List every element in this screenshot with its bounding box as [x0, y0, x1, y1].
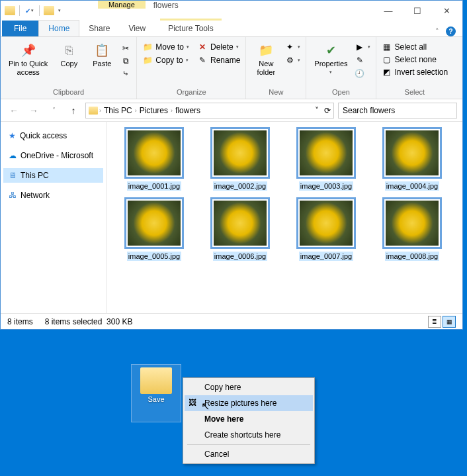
share-tab[interactable]: Share [79, 21, 119, 36]
minimize-button[interactable]: — [374, 1, 403, 20]
chevron-down-icon: ▾ [329, 70, 332, 75]
resize-icon: 🖼 [189, 398, 199, 408]
recent-locations-button[interactable]: ˅ [46, 103, 62, 119]
thumbnail-image [210, 127, 270, 179]
delete-icon: ✕ [197, 42, 208, 52]
file-item[interactable]: image_0001.jpg [114, 127, 194, 191]
file-item[interactable]: image_0005.jpg [114, 197, 194, 261]
edit-icon: ✎ [355, 55, 365, 66]
nav-onedrive[interactable]: ☁OneDrive - Microsoft [3, 148, 103, 163]
close-button[interactable]: ✕ [432, 1, 461, 20]
folder-icon [89, 107, 98, 115]
nav-this-pc[interactable]: 🖥This PC [3, 168, 103, 183]
pin-to-quick-access-button[interactable]: 📌 Pin to Quick access [6, 41, 50, 78]
thumbnail-image [382, 127, 442, 179]
quick-access-toolbar: ✔ ▾ ▾ [2, 5, 61, 16]
help-icon[interactable]: ? [446, 26, 456, 36]
new-item-icon: ✦ [284, 42, 295, 52]
paste-button[interactable]: 📋 Paste [87, 41, 116, 70]
organize-group: 📁Move to ▾ 📁Copy to ▾ ✕Delete ▾ ✎Rename … [137, 37, 246, 99]
file-name: image_0008.jpg [385, 252, 439, 261]
file-item[interactable]: image_0004.jpg [372, 127, 452, 191]
thumbnail-image [124, 127, 184, 179]
history-button[interactable]: 🕘 [355, 68, 370, 79]
file-list[interactable]: image_0001.jpgimage_0002.jpgimage_0003.j… [106, 122, 462, 313]
menu-copy-here[interactable]: Copy here [185, 379, 313, 395]
menu-move-here[interactable]: Move here [185, 411, 313, 427]
status-bar: 8 items 8 items selected 300 KB ≣ ▦ [1, 313, 462, 329]
maximize-button[interactable]: ☐ [403, 1, 432, 20]
qat-properties-button[interactable]: ✔ ▾ [24, 6, 35, 16]
open-button[interactable]: ▶▾ [355, 41, 370, 53]
home-tab[interactable]: Home [38, 20, 79, 36]
menu-create-shortcuts-here[interactable]: Create shortcuts here [185, 427, 313, 443]
edit-button[interactable]: ✎ [355, 54, 370, 66]
move-icon: 📁 [142, 42, 153, 52]
file-item[interactable]: image_0002.jpg [200, 127, 280, 191]
path-icon: ⧉ [120, 56, 131, 66]
view-tab[interactable]: View [119, 21, 155, 36]
drag-drop-context-menu: Copy here 🖼 Resize pictures here Move he… [183, 377, 315, 464]
up-button[interactable]: ↑ [65, 103, 81, 119]
move-to-button[interactable]: 📁Move to ▾ [142, 41, 189, 53]
file-item[interactable]: image_0007.jpg [286, 197, 366, 261]
copy-to-button[interactable]: 📁Copy to ▾ [142, 54, 189, 66]
file-name: image_0001.jpg [127, 181, 181, 191]
open-group: ✔ Properties ▾ ▶▾ ✎ 🕘 Open [306, 37, 376, 99]
select-group: ▦Select all ▢Select none ◩Invert selecti… [376, 37, 454, 99]
file-name: image_0007.jpg [299, 252, 353, 261]
file-item[interactable]: image_0008.jpg [372, 197, 452, 261]
menu-cancel[interactable]: Cancel [185, 446, 313, 462]
copy-path-button[interactable]: ⧉ [120, 55, 131, 67]
breadcrumb-bar[interactable]: › This PC › Pictures › flowers ˅ ⟳ [85, 103, 334, 119]
thumbnail-image [382, 197, 442, 249]
copy-button[interactable]: ⎘ Copy [54, 41, 83, 70]
delete-button[interactable]: ✕Delete ▾ [197, 41, 240, 53]
nav-quick-access[interactable]: ★Quick access [3, 128, 103, 143]
folder-icon [140, 367, 172, 394]
copy-to-icon: 📁 [142, 55, 153, 66]
new-folder-button[interactable]: 📁 New folder [251, 41, 280, 78]
monitor-icon: 🖥 [9, 171, 17, 180]
file-item[interactable]: image_0006.jpg [200, 197, 280, 261]
picture-tools-tab[interactable]: Picture Tools [160, 19, 221, 36]
select-none-button[interactable]: ▢Select none [382, 54, 448, 66]
easy-access-button[interactable]: ⚙▾ [284, 54, 300, 66]
cut-button[interactable]: ✂ [120, 42, 131, 54]
cloud-icon: ☁ [9, 151, 17, 160]
rename-button[interactable]: ✎Rename [197, 54, 240, 66]
thumbnails-view-button[interactable]: ▦ [443, 316, 456, 328]
chevron-right-icon: › [135, 107, 137, 114]
collapse-ribbon-icon[interactable]: ˄ [435, 27, 439, 36]
thumbnail-image [296, 197, 356, 249]
breadcrumb-item[interactable]: This PC [103, 106, 134, 115]
breadcrumb-item[interactable]: flowers [174, 106, 202, 115]
nav-network[interactable]: 🖧Network [3, 188, 103, 203]
refresh-icon[interactable]: ⟳ [324, 106, 331, 115]
separator [19, 5, 20, 16]
search-input[interactable]: Search flowers [338, 103, 457, 119]
file-item[interactable]: image_0003.jpg [286, 127, 366, 191]
properties-icon: ✔ [323, 42, 339, 58]
select-all-button[interactable]: ▦Select all [382, 41, 448, 53]
window-title: flowers [153, 1, 179, 10]
selected-count: 8 items selected 300 KB [45, 317, 133, 326]
dropdown-icon[interactable]: ˅ [315, 106, 319, 115]
properties-button[interactable]: ✔ Properties ▾ [312, 41, 350, 76]
title-bar: ✔ ▾ ▾ Manage flowers — ☐ ✕ [1, 1, 462, 21]
select-none-icon: ▢ [382, 54, 392, 65]
file-name: image_0002.jpg [213, 181, 267, 191]
new-item-button[interactable]: ✦▾ [284, 41, 300, 53]
paste-shortcut-button[interactable]: ⤷ [120, 68, 131, 79]
desktop-folder[interactable]: Save [131, 364, 181, 422]
file-tab[interactable]: File [2, 21, 38, 36]
forward-button[interactable]: → [26, 103, 42, 119]
breadcrumb-item[interactable]: Pictures [138, 106, 169, 115]
file-name: image_0003.jpg [299, 181, 353, 191]
back-button[interactable]: ← [6, 103, 22, 119]
open-icon: ▶ [355, 42, 365, 52]
invert-selection-button[interactable]: ◩Invert selection [382, 66, 448, 78]
details-view-button[interactable]: ≣ [428, 316, 441, 328]
menu-resize-pictures-here[interactable]: 🖼 Resize pictures here [185, 395, 313, 411]
chevron-down-icon: ▾ [31, 8, 34, 13]
